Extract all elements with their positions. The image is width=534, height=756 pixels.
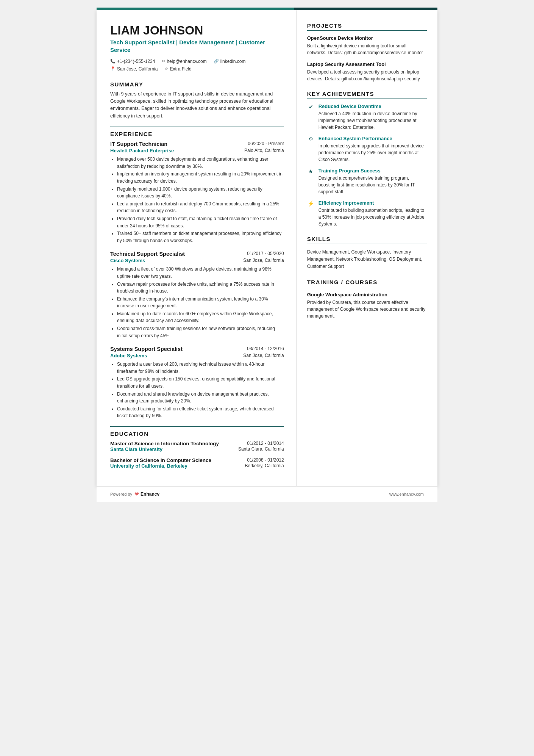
edu-dates-2: 01/2008 - 01/2012 [247, 457, 284, 463]
job-bullets-1: Managed over 500 device deployments and … [110, 156, 284, 244]
contact-info: 📞 +1-(234)-555-1234 ✉ help@enhancv.com 🔗… [110, 59, 284, 64]
achievement-4: ⚡ Efficiency Improvement Contributed to … [307, 200, 427, 227]
linkedin-url: linkedin.com [220, 59, 246, 64]
linkedin-icon: 🔗 [214, 59, 219, 64]
powered-by-label: Powered by [110, 492, 132, 496]
training-1: Google Workspace Administration Provided… [307, 292, 427, 319]
summary-title: SUMMARY [110, 81, 284, 88]
achievement-desc-4: Contributed to building automation scrip… [319, 207, 427, 227]
email-icon: ✉ [162, 59, 165, 64]
email-address: help@enhancv.com [167, 59, 206, 64]
achievements-title: KEY ACHIEVEMENTS [307, 91, 427, 97]
education-section: EDUCATION Master of Science in Informati… [110, 426, 284, 469]
company-name-1: Hewlett Packard Enterprise [110, 148, 174, 153]
star-icon: ☆ [164, 66, 168, 71]
star-achievement-icon: ★ [307, 168, 315, 176]
achievement-content-2: Enhanced System Performance Implemented … [319, 136, 427, 163]
summary-section: SUMMARY With 9 years of experience in IT… [110, 77, 284, 120]
edu-location-2: Berkeley, California [245, 463, 284, 468]
edu-dates-1: 01/2012 - 01/2014 [247, 441, 284, 446]
training-title: TRAINING / COURSES [307, 279, 427, 285]
bolt-icon: ⚡ [307, 200, 315, 208]
achievement-3: ★ Training Program Success Designed a co… [307, 168, 427, 195]
company-location-1: Palo Alto, California [244, 148, 284, 153]
bullet: Documented and shared knowledge on devic… [117, 391, 284, 405]
edu-block-1: Master of Science in Information Technol… [110, 441, 284, 452]
accent-bar [97, 8, 437, 10]
project-desc-1: Built a lightweight device monitoring to… [307, 42, 427, 56]
project-title-2: Laptop Security Assessment Tool [307, 61, 427, 67]
job-block-2: Technical Support Specialist 01/2017 - 0… [110, 251, 284, 339]
header: LIAM JOHNSON Tech Support Specialist | D… [110, 24, 284, 72]
bullet: Trained 50+ staff members on ticket mana… [117, 230, 284, 244]
phone-icon: 📞 [110, 59, 116, 64]
achievement-desc-1: Achieved a 40% reduction in device downt… [319, 110, 427, 131]
job-bullets-2: Managed a fleet of over 300 Windows and … [110, 266, 284, 339]
achievements-section: KEY ACHIEVEMENTS ✔ Reduced Device Downti… [307, 91, 427, 227]
bullet: Led OS upgrade projects on 150 devices, … [117, 376, 284, 390]
bullet: Provided daily tech support to staff, ma… [117, 215, 284, 229]
job-title-1: IT Support Technician [110, 141, 167, 147]
bullet: Maintained up-to-date records for 600+ e… [117, 310, 284, 324]
bullet: Regularly monitored 1,000+ device operat… [117, 186, 284, 200]
achievement-title-3: Training Program Success [319, 168, 427, 174]
gear-icon: ⚙ [307, 136, 315, 144]
edu-block-2: Bachelor of Science in Computer Science … [110, 457, 284, 469]
bullet: Coordinated cross-team training sessions… [117, 325, 284, 339]
company-name-2: Cisco Systems [110, 258, 145, 263]
edu-degree-2: Bachelor of Science in Computer Science [110, 457, 211, 463]
bullet: Enhanced the company's internal communic… [117, 296, 284, 310]
checkmark-icon: ✔ [307, 104, 315, 111]
phone-number: +1-(234)-555-1234 [117, 59, 155, 64]
achievement-1: ✔ Reduced Device Downtime Achieved a 40%… [307, 103, 427, 131]
location-icon: 📍 [110, 66, 116, 71]
experience-title: EXPERIENCE [110, 131, 284, 137]
job-title-2: Technical Support Specialist [110, 251, 185, 257]
training-section: TRAINING / COURSES Google Workspace Admi… [307, 279, 427, 319]
heart-icon: ❤ [134, 491, 139, 497]
training-course-desc-1: Provided by Coursera, this course covers… [307, 299, 427, 319]
achievement-content-1: Reduced Device Downtime Achieved a 40% r… [319, 103, 427, 131]
footer-left: Powered by ❤ Enhancv [110, 491, 159, 497]
skills-text: Device Management, Google Workspace, Inv… [307, 249, 427, 271]
company-location-2: San Jose, California [243, 258, 284, 263]
education-title: EDUCATION [110, 430, 284, 437]
job-dates-3: 03/2014 - 12/2016 [247, 346, 284, 351]
project-title-1: OpenSource Device Monitor [307, 35, 427, 41]
achievement-2: ⚙ Enhanced System Performance Implemente… [307, 136, 427, 163]
projects-section: PROJECTS OpenSource Device Monitor Built… [307, 22, 427, 82]
achievement-title-4: Efficiency Improvement [319, 200, 427, 206]
company-location-3: San Jose, California [243, 353, 284, 358]
skills-title: SKILLS [307, 236, 427, 242]
bullet: Conducted training for staff on effectiv… [117, 405, 284, 419]
right-column: PROJECTS OpenSource Device Monitor Built… [297, 10, 437, 486]
linkedin-item[interactable]: 🔗 linkedin.com [214, 59, 246, 64]
contact-info-2: 📍 San Jose, California ☆ Extra Field [110, 66, 284, 72]
extra-item: ☆ Extra Field [164, 66, 191, 72]
job-dates-2: 01/2017 - 05/2020 [247, 251, 284, 256]
achievement-title-1: Reduced Device Downtime [319, 103, 427, 109]
job-dates-1: 06/2020 - Present [248, 141, 284, 146]
job-block-1: IT Support Technician 06/2020 - Present … [110, 141, 284, 244]
email-item: ✉ help@enhancv.com [162, 59, 206, 64]
left-column: LIAM JOHNSON Tech Support Specialist | D… [97, 10, 297, 486]
bullet: Led a project team to refurbish and depl… [117, 200, 284, 214]
job-bullets-3: Supported a user base of 200, resolving … [110, 361, 284, 419]
edu-school-2: University of California, Berkeley [110, 463, 187, 469]
candidate-title: Tech Support Specialist | Device Managem… [110, 39, 284, 54]
bullet: Managed a fleet of over 300 Windows and … [117, 266, 284, 280]
extra-field: Extra Field [170, 66, 191, 72]
footer-website: www.enhancv.com [389, 492, 424, 496]
project-2: Laptop Security Assessment Tool Develope… [307, 61, 427, 82]
location-text: San Jose, California [117, 66, 158, 72]
bullet: Supported a user base of 200, resolving … [117, 361, 284, 375]
achievement-desc-2: Implemented system upgrades that improve… [319, 142, 427, 163]
footer: Powered by ❤ Enhancv www.enhancv.com [97, 486, 437, 502]
achievement-content-4: Efficiency Improvement Contributed to bu… [319, 200, 427, 227]
skills-section: SKILLS Device Management, Google Workspa… [307, 236, 427, 271]
edu-location-1: Santa Clara, California [238, 446, 284, 452]
job-title-3: Systems Support Specialist [110, 346, 183, 352]
experience-section: EXPERIENCE IT Support Technician 06/2020… [110, 127, 284, 419]
achievement-desc-3: Designed a comprehensive training progra… [319, 175, 427, 195]
job-block-3: Systems Support Specialist 03/2014 - 12/… [110, 346, 284, 419]
